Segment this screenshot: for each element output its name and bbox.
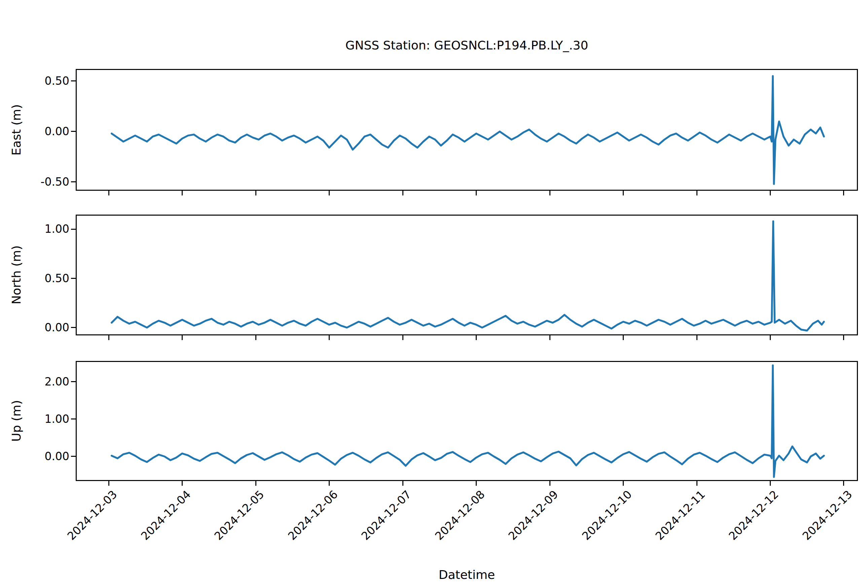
x-tick-north bbox=[108, 335, 109, 340]
y-tick-label-up: 2.00 bbox=[26, 376, 69, 387]
y-tick-label-north: 0.00 bbox=[26, 322, 69, 333]
x-tick-north bbox=[476, 335, 477, 340]
x-tick-east bbox=[476, 191, 477, 195]
y-tick-north bbox=[71, 327, 76, 328]
x-tick-label: 2024-12-13 bbox=[800, 488, 855, 542]
y-tick-label-up: 1.00 bbox=[26, 413, 69, 424]
x-tick-up bbox=[697, 481, 697, 486]
x-tick-up bbox=[476, 481, 477, 486]
title-line-station: GNSS Station: GEOSNCL:P194.PB.LY_.30 bbox=[76, 37, 858, 53]
x-tick-east bbox=[843, 191, 844, 195]
series-line-north bbox=[77, 216, 859, 336]
x-tick-up bbox=[623, 481, 624, 486]
y-tick-label-east: 0.00 bbox=[26, 126, 69, 137]
x-tick-label: 2024-12-10 bbox=[579, 488, 634, 542]
y-tick-up bbox=[71, 456, 76, 457]
x-tick-east bbox=[770, 191, 771, 195]
x-tick-north bbox=[549, 335, 551, 340]
series-polyline-up bbox=[112, 365, 824, 477]
x-tick-label: 2024-12-06 bbox=[285, 488, 340, 542]
y-axis-label-north: North (m) bbox=[9, 245, 23, 304]
x-tick-east bbox=[329, 191, 330, 195]
x-tick-label: 2024-12-04 bbox=[138, 488, 193, 542]
x-tick-north bbox=[402, 335, 403, 340]
y-tick-north bbox=[71, 278, 76, 279]
x-tick-east bbox=[182, 191, 183, 195]
x-tick-north bbox=[329, 335, 330, 340]
x-tick-up bbox=[108, 481, 109, 486]
y-tick-label-east: 0.50 bbox=[26, 75, 69, 87]
x-axis-label: Datetime bbox=[76, 568, 858, 582]
y-tick-label-up: 0.00 bbox=[26, 451, 69, 462]
x-tick-north bbox=[843, 335, 844, 340]
y-tick-east bbox=[71, 80, 76, 81]
x-tick-east bbox=[549, 191, 551, 195]
y-tick-up bbox=[71, 419, 76, 420]
series-line-east bbox=[77, 70, 859, 192]
y-tick-north bbox=[71, 229, 76, 230]
series-polyline-east bbox=[112, 76, 824, 184]
y-tick-label-east: -0.50 bbox=[26, 176, 69, 187]
subplot-east: 0.500.00-0.50 bbox=[76, 69, 858, 191]
x-tick-north bbox=[182, 335, 183, 340]
x-tick-label: 2024-12-05 bbox=[212, 488, 266, 542]
x-tick-up bbox=[770, 481, 771, 486]
x-tick-east bbox=[255, 191, 256, 195]
series-line-up bbox=[77, 362, 859, 482]
y-axis-label-east: East (m) bbox=[9, 104, 23, 155]
x-tick-up bbox=[549, 481, 551, 486]
x-tick-up bbox=[402, 481, 403, 486]
x-tick-north bbox=[697, 335, 697, 340]
x-tick-east bbox=[697, 191, 697, 195]
x-tick-east bbox=[623, 191, 624, 195]
gnss-timeseries-figure: GNSS Station: GEOSNCL:P194.PB.LY_.30 Sam… bbox=[0, 0, 868, 588]
x-tick-label: 2024-12-08 bbox=[432, 488, 487, 542]
y-tick-up bbox=[71, 381, 76, 382]
x-tick-north bbox=[770, 335, 771, 340]
x-tick-label: 2024-12-09 bbox=[506, 488, 561, 542]
x-tick-up bbox=[255, 481, 256, 486]
x-tick-north bbox=[623, 335, 624, 340]
x-tick-north bbox=[255, 335, 256, 340]
y-tick-label-north: 1.00 bbox=[26, 223, 69, 234]
x-tick-up bbox=[843, 481, 844, 486]
x-tick-label: 2024-12-11 bbox=[653, 488, 707, 542]
x-tick-east bbox=[108, 191, 109, 195]
y-tick-east bbox=[71, 131, 76, 132]
y-axis-label-up: Up (m) bbox=[9, 400, 23, 442]
subplot-up: 2.001.000.00 bbox=[76, 361, 858, 481]
y-tick-label-north: 0.50 bbox=[26, 273, 69, 284]
x-tick-east bbox=[402, 191, 403, 195]
x-tick-label: 2024-12-03 bbox=[65, 488, 120, 542]
y-tick-east bbox=[71, 181, 76, 182]
x-tick-up bbox=[182, 481, 183, 486]
series-polyline-north bbox=[112, 221, 824, 331]
x-tick-label: 2024-12-07 bbox=[359, 488, 413, 542]
x-tick-label: 2024-12-12 bbox=[726, 488, 781, 542]
subplot-north: 1.000.500.00 bbox=[76, 215, 858, 335]
x-tick-up bbox=[329, 481, 330, 486]
